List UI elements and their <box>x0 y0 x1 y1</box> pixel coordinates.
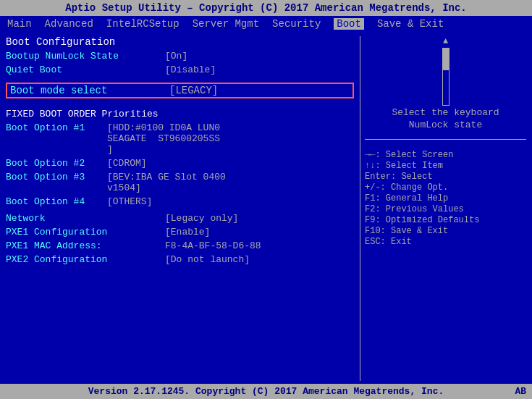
scrollbar[interactable]: ▲ Select the keyboard NumLock state <box>365 36 526 132</box>
right-panel: ▲ Select the keyboard NumLock state →←: … <box>360 36 526 381</box>
keybind-select-item: ↑↓: Select Item <box>365 161 526 171</box>
boot-mode-label: Boot mode select <box>10 85 169 96</box>
title-bar: Aptio Setup Utility – Copyright (C) 2017… <box>0 0 532 16</box>
keybind-f10: F10: Save & Exit <box>365 226 526 236</box>
keybind-f2: F2: Previous Values <box>365 204 526 214</box>
menu-boot[interactable]: Boot <box>334 18 364 30</box>
boot-option-3-label: Boot Option #3 <box>6 172 107 193</box>
menu-save-exit[interactable]: Save & Exit <box>377 18 444 30</box>
keybind-f9: F9: Optimized Defaults <box>365 215 526 225</box>
keybind-enter-select: Enter: Select <box>365 172 526 182</box>
scroll-track[interactable] <box>442 48 449 106</box>
footer-bar: Version 2.17.1245. Copyright (C) 2017 Am… <box>0 384 532 399</box>
keybind-change-opt: +/-: Change Opt. <box>365 182 526 193</box>
boot-config-title: Boot Configuration <box>6 36 354 48</box>
boot-mode-value[interactable]: [LEGACY] <box>169 85 218 96</box>
boot-option-2-label: Boot Option #2 <box>6 158 107 169</box>
quiet-boot-label: Quiet Boot <box>6 64 165 75</box>
pxe2-config-value[interactable]: [Do not launch] <box>165 254 250 265</box>
menu-security[interactable]: Security <box>272 18 321 30</box>
keybind-f1: F1: General Help <box>365 193 526 203</box>
pxe2-config-row: PXE2 Configuration [Do not launch] <box>6 254 354 265</box>
network-value[interactable]: [Legacy only] <box>165 213 238 224</box>
boot-option-1-label: Boot Option #1 <box>6 122 107 155</box>
fixed-boot-title: FIXED BOOT ORDER Priorities <box>6 109 354 119</box>
bootup-numlock-value[interactable]: [On] <box>165 51 187 62</box>
help-line1: Select the keyboard <box>392 107 499 118</box>
boot-option-3-row: Boot Option #3 [BEV:IBA GE Slot 0400 v15… <box>6 172 354 193</box>
boot-option-4-value[interactable]: [OTHERS] <box>107 196 354 207</box>
keybind-select-screen: →←: Select Screen <box>365 150 526 160</box>
scroll-thumb[interactable] <box>443 49 449 70</box>
keybind-esc: ESC: Exit <box>365 237 526 247</box>
pxe1-mac-row: PXE1 MAC Address: F8-4A-BF-58-D6-88 <box>6 240 354 251</box>
menu-server-mgmt[interactable]: Server Mgmt <box>193 18 259 30</box>
title-text: Aptio Setup Utility – Copyright (C) 2017… <box>65 2 467 14</box>
pxe2-config-label: PXE2 Configuration <box>6 254 165 265</box>
scroll-up-icon[interactable]: ▲ <box>443 36 448 46</box>
network-row: Network [Legacy only] <box>6 213 354 224</box>
boot-option-3-value[interactable]: [BEV:IBA GE Slot 0400 v1504] <box>107 172 354 193</box>
menu-advanced[interactable]: Advanced <box>45 18 93 30</box>
boot-mode-row[interactable]: Boot mode select [LEGACY] <box>6 83 354 98</box>
boot-option-1-row: Boot Option #1 [HDD:#0100 ID0A LUN0 SEAG… <box>6 122 354 155</box>
pxe1-config-label: PXE1 Configuration <box>6 227 165 238</box>
boot-option-2-row: Boot Option #2 [CDROM] <box>6 158 354 169</box>
main-content: Boot Configuration Bootup NumLock State … <box>0 32 532 384</box>
bootup-numlock-row: Bootup NumLock State [On] <box>6 51 354 62</box>
footer-text: Version 2.17.1245. Copyright (C) 2017 Am… <box>88 386 444 397</box>
keybinds-section: →←: Select Screen ↑↓: Select Item Enter:… <box>365 150 526 247</box>
pxe1-config-value[interactable]: [Enable] <box>165 227 210 238</box>
menu-intelrcsetup[interactable]: IntelRCSetup <box>106 18 180 30</box>
menu-main[interactable]: Main <box>7 18 32 30</box>
right-divider <box>365 139 526 140</box>
boot-option-4-label: Boot Option #4 <box>6 196 107 207</box>
boot-option-2-value[interactable]: [CDROM] <box>107 158 354 169</box>
pxe1-config-row: PXE1 Configuration [Enable] <box>6 227 354 238</box>
menu-bar: Main Advanced IntelRCSetup Server Mgmt S… <box>0 16 532 32</box>
help-line2: NumLock state <box>409 119 482 130</box>
bootup-numlock-label: Bootup NumLock State <box>6 51 165 62</box>
pxe1-mac-label: PXE1 MAC Address: <box>6 240 165 251</box>
boot-option-4-row: Boot Option #4 [OTHERS] <box>6 196 354 207</box>
footer-badge: AB <box>515 386 526 397</box>
boot-option-1-value[interactable]: [HDD:#0100 ID0A LUN0 SEAGATE ST9600205SS… <box>107 122 354 155</box>
quiet-boot-value[interactable]: [Disable] <box>165 64 216 75</box>
pxe1-mac-value: F8-4A-BF-58-D6-88 <box>165 240 261 251</box>
quiet-boot-row: Quiet Boot [Disable] <box>6 64 354 75</box>
network-label: Network <box>6 213 165 224</box>
left-panel: Boot Configuration Bootup NumLock State … <box>6 36 360 381</box>
